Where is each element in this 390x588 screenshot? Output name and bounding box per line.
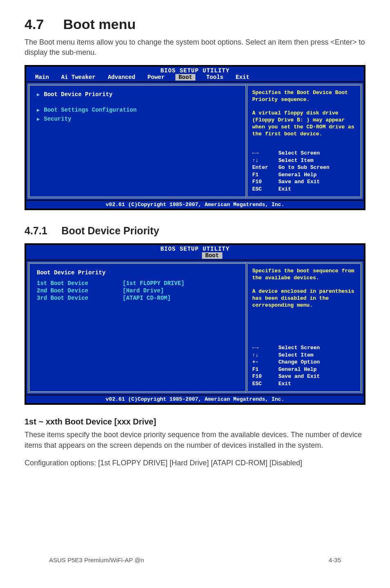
arrows-ud-icon: ↑↓ [252,352,274,359]
option-paragraph-1: These items specify the boot device prio… [25,430,365,450]
item-label: Boot Settings Configuration [44,107,137,113]
key-label: ESC [252,186,274,193]
key-label: ESC [252,380,274,388]
bios-copyright: v02.61 (C)Copyright 1985-2007, American … [26,200,364,209]
key-desc: Change Option [278,359,320,366]
key-label: F10 [252,373,274,380]
footer-right: 4-35 [329,557,341,563]
row-value: [ATAPI CD-ROM] [123,295,171,301]
option-paragraph-2: Configuration options: [1st FLOPPY DRIVE… [25,458,365,468]
item-boot-device-priority[interactable]: ▶ Boot Device Priority [37,91,238,98]
boot-device-row-2[interactable]: 2nd Boot Device [Hard Drive] [37,287,238,294]
section-title-text: Boot menu [63,16,136,32]
arrows-ud-icon: ↑↓ [252,157,274,164]
key-desc: Go to Sub Screen [278,164,329,171]
key-desc: Select Item [278,157,314,164]
key-desc: Exit [278,186,291,193]
key-label: +- [252,359,274,366]
bios-right-pane: Specifies the Boot Device Boot Priority … [246,84,362,198]
key-desc: Select Item [278,352,314,359]
key-label: F1 [252,171,274,179]
tab-boot[interactable]: Boot [202,252,222,259]
section-number: 4.7 [25,16,44,32]
key-desc: Select Screen [278,150,320,157]
tab-exit[interactable]: Exit [234,74,251,81]
help-text-2: A device enclosed in parenthesis has bee… [252,288,356,309]
bios-right-pane: Specifies the boot sequence from the ava… [246,262,362,393]
row-key: 3rd Boot Device [37,295,123,301]
boot-device-row-1[interactable]: 1st Boot Device [1st FLOPPY DRIVE] [37,280,238,287]
submenu-arrow-icon: ▶ [37,107,40,113]
key-legend: ←→Select Screen ↑↓Select Item +-Change O… [252,344,356,387]
bios-screenshot-boot-priority: BIOS SETUP UTILITY Boot Boot Device Prio… [25,243,365,405]
subsection-heading: 4.7.1 Boot Device Priority [25,225,365,237]
row-value: [Hard Drive] [123,287,164,294]
key-desc: Save and Exit [278,373,320,380]
tab-main[interactable]: Main [34,74,51,81]
item-label: Security [44,116,71,122]
submenu-arrow-icon: ▶ [37,92,40,98]
row-value: [1st FLOPPY DRIVE] [123,280,184,287]
bios-screenshot-boot-menu: BIOS SETUP UTILITY Main Ai Tweaker Advan… [25,65,365,210]
key-desc: Select Screen [278,344,320,352]
option-heading: 1st ~ xxth Boot Device [xxx Drive] [25,417,365,426]
key-label: F10 [252,178,274,186]
boot-device-row-3[interactable]: 3rd Boot Device [ATAPI CD-ROM] [37,295,238,301]
item-label: Boot Device Priority [44,91,112,98]
tab-power[interactable]: Power [146,74,166,81]
pane-heading: Boot Device Priority [37,269,238,276]
key-legend: ←→Select Screen ↑↓Select Item EnterGo to… [252,150,356,193]
tab-ai-tweaker[interactable]: Ai Tweaker [60,74,97,81]
submenu-arrow-icon: ▶ [37,116,40,122]
help-text-2: A virtual floppy disk drive (Floppy Driv… [252,110,356,138]
section-heading: 4.7 Boot menu [25,16,365,32]
arrows-lr-icon: ←→ [252,150,274,157]
subsection-number: 4.7.1 [25,225,47,236]
key-desc: General Help [278,171,317,179]
key-desc: General Help [278,366,317,373]
bios-left-pane: Boot Device Priority 1st Boot Device [1s… [28,262,246,393]
subsection-title: Boot Device Priority [61,225,159,236]
arrows-lr-icon: ←→ [252,344,274,352]
help-text-1: Specifies the boot sequence from the ava… [252,268,356,282]
key-label: Enter [252,164,274,171]
bios-title: BIOS SETUP UTILITY [26,245,364,252]
intro-paragraph: The Boot menu items allow you to change … [25,37,365,58]
key-desc: Save and Exit [278,178,320,186]
key-desc: Exit [278,380,291,388]
footer-left: ASUS P5E3 Premium/WiFi-AP @n [49,557,144,563]
bios-title: BIOS SETUP UTILITY [26,67,364,74]
help-text-1: Specifies the Boot Device Boot Priority … [252,90,356,103]
tab-boot[interactable]: Boot [175,74,196,81]
key-label: F1 [252,366,274,373]
tab-tools[interactable]: Tools [204,74,225,81]
bios-copyright: v02.61 (C)Copyright 1985-2007, American … [26,395,364,403]
row-key: 2nd Boot Device [37,287,123,294]
bios-menu-bar: Main Ai Tweaker Advanced Power Boot Tool… [26,74,364,81]
bios-left-pane: ▶ Boot Device Priority ▶ Boot Settings C… [28,84,246,198]
item-boot-settings-config[interactable]: ▶ Boot Settings Configuration [37,107,238,113]
tab-advanced[interactable]: Advanced [106,74,137,81]
row-key: 1st Boot Device [37,280,123,287]
page-footer: ASUS P5E3 Premium/WiFi-AP @n 4-35 [49,557,341,563]
item-security[interactable]: ▶ Security [37,116,238,122]
